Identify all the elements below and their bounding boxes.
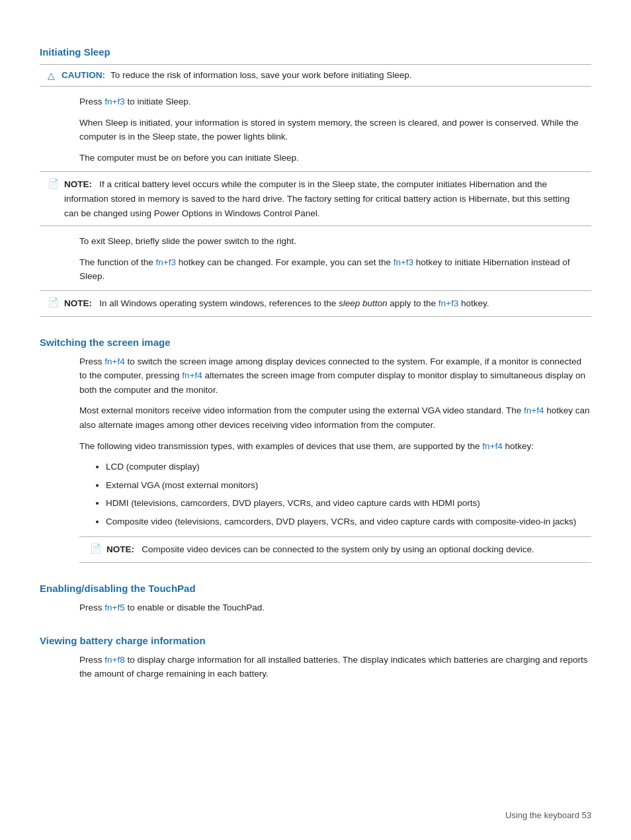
list-item: External VGA (most external monitors) (106, 478, 591, 493)
sleep-para-2: When Sleep is initiated, your informatio… (79, 116, 591, 144)
page-footer: Using the keyboard 53 (505, 810, 591, 820)
sleep-content: Press fn+f3 to initiate Sleep. When Slee… (40, 95, 591, 165)
note-text-1: NOTE: If a critical battery level occurs… (64, 177, 583, 220)
screen-para-3: The following video transmission types, … (79, 439, 591, 454)
list-item: HDMI (televisions, camcorders, DVD playe… (106, 496, 591, 511)
caution-label: CAUTION: (62, 70, 105, 80)
note-icon-1: 📄 (48, 178, 59, 189)
screen-content: Press fn+f4 to switch the screen image a… (40, 355, 591, 529)
fn-f5-link[interactable]: fn+f5 (105, 603, 124, 612)
list-item: LCD (computer display) (106, 460, 591, 474)
touchpad-content: Press fn+f5 to enable or disable the Tou… (40, 601, 591, 615)
screen-para-2: Most external monitors receive video inf… (79, 403, 591, 432)
touchpad-para: Press fn+f5 to enable or disable the Tou… (79, 601, 591, 615)
note-box-sleep-2: 📄 NOTE: In all Windows operating system … (40, 290, 591, 317)
note-text-2: NOTE: In all Windows operating system wi… (64, 296, 489, 311)
caution-text: To reduce the risk of information loss, … (110, 70, 411, 80)
caution-triangle-icon: △ (48, 70, 55, 81)
screen-para-1: Press fn+f4 to switch the screen image a… (79, 355, 591, 398)
section-title-touchpad: Enabling/disabling the TouchPad (40, 583, 591, 594)
sleep-content-2: To exit Sleep, briefly slide the power s… (40, 234, 591, 284)
list-item: Composite video (televisions, camcorders… (106, 515, 591, 529)
section-title-switching-screen: Switching the screen image (40, 337, 591, 348)
fn-f3-link-2[interactable]: fn+f3 (156, 257, 176, 267)
screen-bullet-list: LCD (computer display) External VGA (mos… (106, 460, 591, 528)
sleep-para-3: The computer must be on before you can i… (79, 151, 591, 165)
battery-para: Press fn+f8 to display charge informatio… (79, 653, 591, 681)
note-text-3: NOTE: Composite video devices can be con… (106, 542, 534, 557)
fn-f3-link-1[interactable]: fn+f3 (105, 97, 124, 106)
fn-f4-link-3[interactable]: fn+f4 (524, 405, 544, 415)
footer-text: Using the keyboard 53 (505, 810, 591, 820)
fn-f8-link[interactable]: fn+f8 (105, 655, 124, 665)
fn-f3-link-3[interactable]: fn+f3 (394, 257, 413, 267)
note-icon-3: 📄 (90, 543, 101, 554)
sleep-para-4: To exit Sleep, briefly slide the power s… (79, 234, 591, 249)
fn-f3-link-4[interactable]: fn+f3 (439, 298, 458, 308)
note-box-screen: 📄 NOTE: Composite video devices can be c… (79, 536, 591, 563)
battery-content: Press fn+f8 to display charge informatio… (40, 653, 591, 681)
sleep-para-5: The function of the fn+f3 hotkey can be … (79, 255, 591, 284)
section-title-battery: Viewing battery charge information (40, 635, 591, 646)
section-title-initiating-sleep: Initiating Sleep (40, 46, 591, 58)
note-box-sleep-1: 📄 NOTE: If a critical battery level occu… (40, 171, 591, 226)
fn-f4-link-1[interactable]: fn+f4 (105, 357, 124, 366)
sleep-para-1: Press fn+f3 to initiate Sleep. (79, 95, 591, 109)
caution-box-sleep: △ CAUTION: To reduce the risk of informa… (40, 64, 591, 87)
fn-f4-link-4[interactable]: fn+f4 (482, 441, 502, 451)
fn-f4-link-2[interactable]: fn+f4 (182, 370, 202, 380)
note-icon-2: 📄 (48, 297, 59, 308)
